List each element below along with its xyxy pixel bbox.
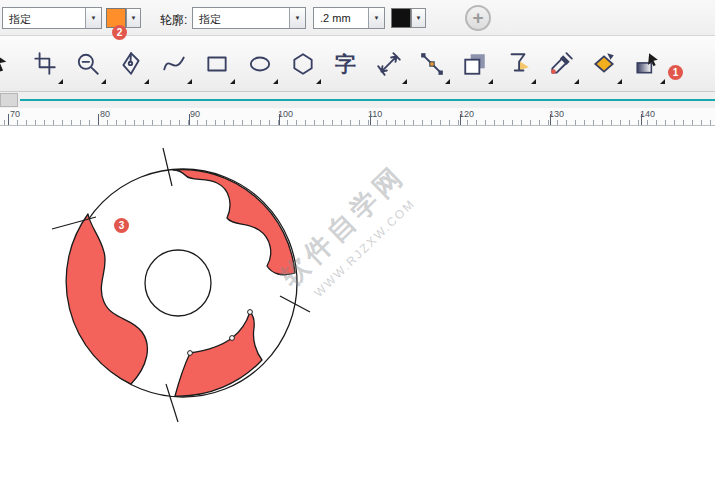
pick-icon: [0, 51, 15, 77]
flyout-arrow-icon[interactable]: [101, 79, 106, 84]
dimension-tool[interactable]: [367, 41, 410, 87]
pen-nib-icon: [118, 51, 144, 77]
smart-fill-tool[interactable]: [582, 41, 625, 87]
node-handle[interactable]: [188, 351, 193, 356]
connector-tool[interactable]: [410, 41, 453, 87]
drawing-canvas[interactable]: [0, 126, 715, 487]
dimension-icon: [376, 51, 402, 77]
polygon-icon: [290, 51, 316, 77]
flyout-arrow-icon[interactable]: [273, 79, 278, 84]
node-handle[interactable]: [230, 336, 235, 341]
ruler-tick-label: 140: [640, 109, 655, 119]
smart-fill-icon: [591, 51, 617, 77]
inner-circle-shape[interactable]: [145, 250, 211, 316]
node-handle[interactable]: [248, 310, 253, 315]
flyout-arrow-icon[interactable]: [574, 79, 579, 84]
drop-shadow-tool[interactable]: [453, 41, 496, 87]
flyout-arrow-icon[interactable]: [58, 79, 63, 84]
crop-tool[interactable]: [23, 41, 66, 87]
outline-color-swatch[interactable]: [391, 8, 411, 28]
rectangle-icon: [204, 51, 230, 77]
polygon-tool[interactable]: [281, 41, 324, 87]
plus-icon[interactable]: +: [465, 5, 491, 31]
flyout-arrow-icon[interactable]: [230, 79, 235, 84]
flyout-arrow-icon[interactable]: [316, 79, 321, 84]
ruler-tick-label: 110: [368, 109, 382, 119]
toolbox: 字: [0, 36, 715, 92]
outline-width-value: .2 mm: [314, 8, 368, 28]
fill-style-dropdown[interactable]: 指定 ▼: [2, 7, 102, 29]
curve-icon: [161, 51, 187, 77]
ruler-tick-label: 100: [278, 109, 293, 119]
outline-label: 轮廓:: [160, 12, 187, 29]
ruler-origin-tab[interactable]: [0, 93, 18, 107]
ruler-tick-label: 120: [459, 109, 474, 119]
coreldraw-window: 指定 ▼ ▼ 轮廓: 指定 ▼ .2 mm ▼ ▼ +: [0, 0, 715, 487]
fill-style-value: 指定: [3, 8, 85, 28]
zoom-out-icon: [75, 51, 101, 77]
callout-badge-1: 1: [668, 65, 683, 80]
outline-color-dropdown-arrow[interactable]: ▼: [411, 8, 426, 28]
ellipse-icon: [247, 51, 273, 77]
outline-style-value: 指定: [193, 8, 289, 28]
outline-style-dropdown[interactable]: 指定 ▼: [192, 7, 306, 29]
callout-badge-2: 2: [112, 25, 127, 40]
pick-tool[interactable]: [0, 41, 23, 87]
tool-list: 字: [0, 41, 668, 87]
interactive-fill-icon: [634, 51, 660, 77]
ruler-tick-label: 70: [10, 109, 20, 119]
flyout-arrow-icon[interactable]: [617, 79, 622, 84]
eyedropper-icon: [548, 51, 574, 77]
zoom-tool[interactable]: [66, 41, 109, 87]
flyout-arrow-icon[interactable]: [187, 79, 192, 84]
text-tool[interactable]: 字: [324, 41, 367, 87]
flyout-arrow-icon[interactable]: [445, 79, 450, 84]
flyout-arrow-icon[interactable]: [660, 79, 665, 84]
transparency-tool[interactable]: [496, 41, 539, 87]
color-eyedropper-tool[interactable]: [539, 41, 582, 87]
transparency-icon: [505, 51, 531, 77]
flyout-arrow-icon[interactable]: [488, 79, 493, 84]
ruler-tick-label: 80: [100, 109, 110, 119]
chevron-down-icon[interactable]: ▼: [368, 8, 384, 28]
connector-icon: [419, 51, 445, 77]
chevron-down-icon[interactable]: ▼: [289, 8, 305, 28]
document-strip: [0, 92, 715, 108]
outline-width-dropdown[interactable]: .2 mm ▼: [313, 7, 385, 29]
horizontal-ruler[interactable]: 70 80 90 100 110 120 130 140: [0, 108, 715, 126]
fill-color-dropdown-arrow[interactable]: ▼: [126, 8, 141, 28]
interactive-fill-tool[interactable]: [625, 41, 668, 87]
drop-shadow-icon: [462, 51, 488, 77]
flyout-arrow-icon[interactable]: [531, 79, 536, 84]
pen-tool[interactable]: [109, 41, 152, 87]
rectangle-tool[interactable]: [195, 41, 238, 87]
chevron-down-icon[interactable]: ▼: [85, 8, 101, 28]
ruler-tick-label: 90: [190, 109, 200, 119]
flyout-arrow-icon[interactable]: [144, 79, 149, 84]
flyout-arrow-icon[interactable]: [402, 79, 407, 84]
property-bar: 指定 ▼ ▼ 轮廓: 指定 ▼ .2 mm ▼ ▼ +: [0, 0, 715, 36]
ruler-tick-label: 130: [549, 109, 564, 119]
crop-icon: [32, 51, 58, 77]
ellipse-tool[interactable]: [238, 41, 281, 87]
text-tool-icon: 字: [335, 50, 356, 78]
callout-badge-3: 3: [114, 218, 129, 233]
teal-guideline: [20, 99, 715, 101]
freehand-curve-tool[interactable]: [152, 41, 195, 87]
